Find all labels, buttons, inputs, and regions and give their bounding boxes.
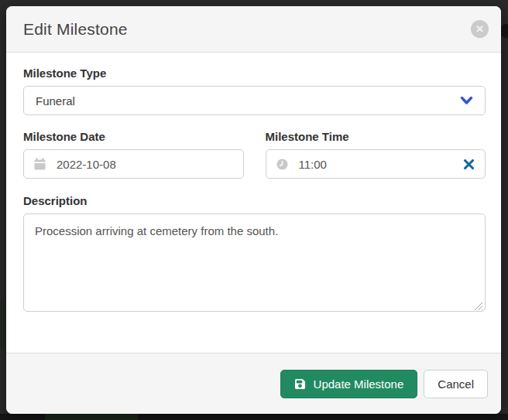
- update-milestone-button[interactable]: Update Milestone: [280, 370, 418, 398]
- dialog-title: Edit Milestone: [23, 20, 128, 39]
- description-group: Description: [23, 194, 486, 312]
- clear-time-icon[interactable]: [463, 159, 475, 170]
- milestone-time-input-box[interactable]: [266, 149, 486, 179]
- milestone-date-input-box[interactable]: [23, 149, 244, 179]
- milestone-type-select[interactable]: Funeral: [23, 86, 486, 115]
- milestone-time-label: Milestone Time: [266, 130, 486, 143]
- milestone-time-input[interactable]: [299, 158, 464, 171]
- edit-milestone-dialog: Edit Milestone ✕ Milestone Type Funeral …: [6, 6, 501, 414]
- clock-icon: [276, 159, 288, 170]
- modal-backdrop: Edit Milestone ✕ Milestone Type Funeral …: [0, 0, 508, 420]
- cancel-button[interactable]: Cancel: [424, 370, 488, 398]
- dialog-footer: Update Milestone Cancel: [6, 353, 501, 414]
- occluded-background-element: [45, 414, 138, 420]
- calendar-icon: [34, 158, 46, 170]
- milestone-date-label: Milestone Date: [23, 130, 244, 143]
- milestone-type-label: Milestone Type: [23, 67, 486, 80]
- milestone-type-value: Funeral: [36, 94, 75, 108]
- occluded-background-element: [0, 300, 6, 348]
- dialog-body: Milestone Type Funeral Milestone Date: [6, 53, 501, 353]
- save-icon: [294, 378, 306, 390]
- update-milestone-label: Update Milestone: [314, 377, 404, 391]
- dialog-header: Edit Milestone ✕: [6, 6, 501, 53]
- description-textarea-wrap: [23, 213, 486, 312]
- milestone-time-group: Milestone Time: [266, 130, 486, 179]
- close-icon[interactable]: ✕: [471, 20, 489, 38]
- chevron-down-icon: [460, 95, 473, 106]
- milestone-date-input[interactable]: [57, 158, 233, 171]
- milestone-date-group: Milestone Date: [23, 130, 244, 179]
- description-textarea[interactable]: [23, 213, 486, 312]
- date-time-row: Milestone Date: [23, 130, 486, 179]
- description-label: Description: [23, 194, 486, 207]
